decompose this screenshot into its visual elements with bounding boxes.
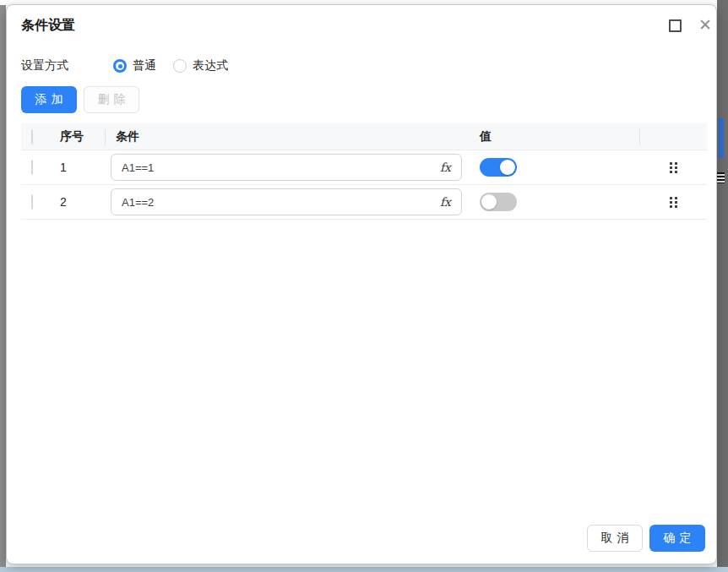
cancel-button-label: 取消 bbox=[601, 531, 633, 546]
dialog-title: 条件设置 bbox=[21, 17, 75, 35]
select-all-checkbox[interactable] bbox=[31, 129, 33, 144]
fx-icon[interactable]: fx bbox=[440, 161, 451, 174]
conditions-table: 序号 条件 值 1 fx bbox=[21, 123, 707, 220]
radio-label: 表达式 bbox=[193, 58, 228, 74]
condition-settings-dialog: 条件设置 ✕ 设置方式 普通 表达式 添加 删除 bbox=[6, 4, 717, 564]
row-checkbox[interactable] bbox=[31, 194, 33, 210]
confirm-button[interactable]: 确定 bbox=[649, 525, 705, 552]
row-checkbox[interactable] bbox=[31, 160, 33, 175]
toggle-knob bbox=[481, 194, 497, 210]
row-index: 1 bbox=[52, 161, 106, 174]
toggle-knob bbox=[500, 160, 515, 175]
condition-input[interactable] bbox=[111, 188, 462, 215]
table-row: 2 fx bbox=[21, 185, 707, 220]
dialog-footer: 取消 确定 bbox=[587, 525, 705, 552]
screen: 条件设置 ✕ 设置方式 普通 表达式 添加 删除 bbox=[0, 0, 728, 572]
background-menu-lines bbox=[717, 172, 725, 183]
header-value: 值 bbox=[471, 129, 640, 144]
toolbar: 添加 删除 bbox=[21, 86, 139, 113]
close-icon[interactable]: ✕ bbox=[694, 14, 716, 36]
radio-option-normal[interactable]: 普通 bbox=[113, 58, 156, 74]
setting-mode-row: 设置方式 普通 表达式 bbox=[21, 57, 245, 74]
background-right-strip bbox=[717, 0, 728, 572]
value-toggle[interactable] bbox=[480, 158, 517, 177]
value-toggle[interactable] bbox=[480, 193, 517, 211]
delete-button[interactable]: 删除 bbox=[84, 86, 139, 113]
condition-input[interactable] bbox=[111, 154, 462, 181]
add-button[interactable]: 添加 bbox=[21, 86, 77, 113]
condition-field-wrap: fx bbox=[111, 154, 462, 181]
header-index: 序号 bbox=[52, 129, 106, 144]
background-bottom-strip bbox=[0, 567, 728, 572]
maximize-icon[interactable] bbox=[669, 19, 682, 32]
background-left-strip bbox=[0, 5, 6, 572]
setting-mode-label: 设置方式 bbox=[21, 58, 113, 74]
table-row: 1 fx bbox=[21, 150, 707, 185]
drag-handle-icon[interactable] bbox=[670, 197, 677, 208]
cancel-button[interactable]: 取消 bbox=[587, 525, 643, 552]
radio-option-expression[interactable]: 表达式 bbox=[173, 58, 228, 74]
table-header-row: 序号 条件 值 bbox=[21, 123, 707, 150]
confirm-button-label: 确定 bbox=[664, 531, 696, 546]
row-index: 2 bbox=[52, 195, 106, 209]
radio-icon[interactable] bbox=[113, 59, 127, 73]
fx-icon[interactable]: fx bbox=[440, 195, 451, 209]
radio-icon[interactable] bbox=[173, 59, 187, 73]
add-button-label: 添加 bbox=[35, 92, 68, 107]
radio-label: 普通 bbox=[133, 58, 156, 74]
background-blue-scrollbar bbox=[719, 118, 724, 158]
condition-field-wrap: fx bbox=[111, 188, 462, 215]
delete-button-label: 删除 bbox=[98, 92, 130, 107]
drag-handle-icon[interactable] bbox=[670, 162, 677, 173]
header-condition: 条件 bbox=[106, 129, 471, 144]
